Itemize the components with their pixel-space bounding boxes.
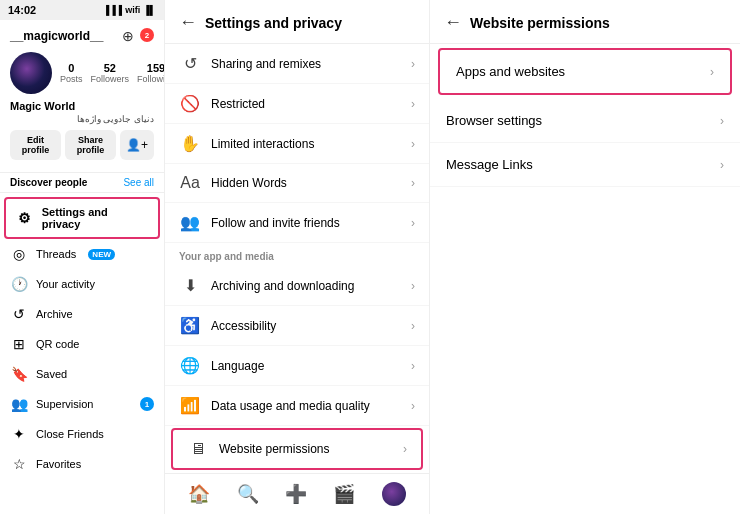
favorites-icon: ☆ — [10, 456, 28, 472]
status-time: 14:02 — [8, 4, 36, 16]
following-label: Following — [137, 74, 165, 84]
following-count: 159 — [147, 62, 165, 74]
nav-reels-icon[interactable]: 🎬 — [333, 483, 355, 505]
middle-back-arrow[interactable]: ← — [179, 12, 197, 33]
edit-profile-button[interactable]: Edit profile — [10, 130, 61, 160]
right-item-apps-websites[interactable]: Apps and websites › — [440, 50, 730, 93]
settings-list: ↺ Sharing and remixes › 🚫 Restricted › ✋… — [165, 44, 429, 473]
hidden-words-label: Hidden Words — [211, 176, 287, 190]
settings-item-sharing-left: ↺ Sharing and remixes — [179, 54, 321, 73]
menu-item-supervision[interactable]: 👥 Supervision 1 — [0, 389, 164, 419]
right-back-arrow[interactable]: ← — [444, 12, 462, 33]
right-settings-list: Apps and websites › Browser settings › M… — [430, 44, 740, 514]
archiving-icon: ⬇ — [179, 276, 201, 295]
settings-item-restricted[interactable]: 🚫 Restricted › — [165, 84, 429, 124]
following-stat: 159 Following — [137, 62, 165, 84]
settings-item-accessibility[interactable]: ♿ Accessibility › — [165, 306, 429, 346]
close-friends-label: Close Friends — [36, 428, 104, 440]
settings-item-hidden-words[interactable]: Aa Hidden Words › — [165, 164, 429, 203]
menu-list: ⚙ Settings and privacy ◎ Threads NEW 🕐 Y… — [0, 193, 164, 514]
threads-label: Threads — [36, 248, 76, 260]
message-links-label: Message Links — [446, 157, 533, 172]
limited-label: Limited interactions — [211, 137, 314, 151]
settings-item-data-usage[interactable]: 📶 Data usage and media quality › — [165, 386, 429, 426]
accessibility-label: Accessibility — [211, 319, 276, 333]
add-friend-button[interactable]: 👤+ — [120, 130, 154, 160]
language-icon: 🌐 — [179, 356, 201, 375]
profile-buttons: Edit profile Share profile 👤+ — [10, 130, 154, 160]
signal-icon: ▐▐▐ — [103, 5, 122, 15]
threads-icon: ◎ — [10, 246, 28, 262]
username-actions: ⊕ 2 — [122, 28, 154, 44]
settings-item-language[interactable]: 🌐 Language › — [165, 346, 429, 386]
menu-item-saved[interactable]: 🔖 Saved — [0, 359, 164, 389]
website-permissions-icon: 🖥 — [187, 440, 209, 458]
menu-item-threads[interactable]: ◎ Threads NEW — [0, 239, 164, 269]
discover-bar: Discover people See all — [0, 172, 164, 193]
sharing-label: Sharing and remixes — [211, 57, 321, 71]
right-panel: ← Website permissions Apps and websites … — [430, 0, 740, 514]
right-panel-title: Website permissions — [470, 15, 610, 31]
website-permissions-label: Website permissions — [219, 442, 329, 456]
see-all-link[interactable]: See all — [123, 177, 154, 188]
restricted-label: Restricted — [211, 97, 265, 111]
share-profile-button[interactable]: Share profile — [65, 130, 116, 160]
menu-item-qrcode[interactable]: ⊞ QR code — [0, 329, 164, 359]
left-panel: 14:02 ▐▐▐ wifi ▐▌ __magicworld__ ⊕ 2 0 P… — [0, 0, 165, 514]
bio-text: دنیای جادویی واژه‌ها — [10, 114, 154, 124]
stats-row: 0 Posts 52 Followers 159 Following — [60, 62, 165, 84]
nav-home-icon[interactable]: 🏠 — [188, 483, 210, 505]
notification-badge[interactable]: 2 — [140, 28, 154, 42]
data-usage-label: Data usage and media quality — [211, 399, 370, 413]
settings-item-limited[interactable]: ✋ Limited interactions › — [165, 124, 429, 164]
display-name: Magic World — [10, 100, 154, 112]
add-account-icon[interactable]: ⊕ — [122, 28, 134, 44]
status-bar: 14:02 ▐▐▐ wifi ▐▌ — [0, 0, 164, 20]
settings-item-website-permissions[interactable]: 🖥 Website permissions › — [173, 430, 421, 468]
follow-invite-icon: 👥 — [179, 213, 201, 232]
close-friends-icon: ✦ — [10, 426, 28, 442]
section-app-media: Your app and media — [165, 243, 429, 266]
followers-count: 52 — [104, 62, 116, 74]
saved-icon: 🔖 — [10, 366, 28, 382]
wifi-icon: wifi — [125, 5, 140, 15]
status-icons: ▐▐▐ wifi ▐▌ — [103, 5, 156, 15]
sharing-icon: ↺ — [179, 54, 201, 73]
data-usage-icon: 📶 — [179, 396, 201, 415]
menu-item-favorites[interactable]: ☆ Favorites — [0, 449, 164, 479]
apps-websites-label: Apps and websites — [456, 64, 565, 79]
settings-item-sharing[interactable]: ↺ Sharing and remixes › — [165, 44, 429, 84]
posts-stat: 0 Posts — [60, 62, 83, 84]
nav-profile-avatar[interactable] — [382, 482, 406, 506]
limited-icon: ✋ — [179, 134, 201, 153]
activity-label: Your activity — [36, 278, 95, 290]
right-item-browser-settings[interactable]: Browser settings › — [430, 99, 740, 143]
settings-item-archiving[interactable]: ⬇ Archiving and downloading › — [165, 266, 429, 306]
battery-icon: ▐▌ — [143, 5, 156, 15]
nav-add-icon[interactable]: ➕ — [285, 483, 307, 505]
archiving-label: Archiving and downloading — [211, 279, 354, 293]
nav-search-icon[interactable]: 🔍 — [237, 483, 259, 505]
menu-item-close-friends[interactable]: ✦ Close Friends — [0, 419, 164, 449]
posts-label: Posts — [60, 74, 83, 84]
settings-icon: ⚙ — [16, 210, 34, 226]
username-bar: __magicworld__ ⊕ 2 — [10, 28, 154, 44]
supervision-icon: 👥 — [10, 396, 28, 412]
follow-invite-label: Follow and invite friends — [211, 216, 340, 230]
menu-item-settings[interactable]: ⚙ Settings and privacy — [4, 197, 160, 239]
language-label: Language — [211, 359, 264, 373]
middle-panel-header: ← Settings and privacy — [165, 0, 429, 44]
avatar[interactable] — [10, 52, 52, 94]
qrcode-icon: ⊞ — [10, 336, 28, 352]
browser-settings-label: Browser settings — [446, 113, 542, 128]
settings-item-follow-invite[interactable]: 👥 Follow and invite friends › — [165, 203, 429, 243]
sharing-chevron: › — [411, 57, 415, 71]
menu-item-archive[interactable]: ↺ Archive — [0, 299, 164, 329]
right-panel-header: ← Website permissions — [430, 0, 740, 44]
accessibility-icon: ♿ — [179, 316, 201, 335]
favorites-label: Favorites — [36, 458, 81, 470]
middle-panel: ← Settings and privacy ↺ Sharing and rem… — [165, 0, 430, 514]
right-item-message-links[interactable]: Message Links › — [430, 143, 740, 187]
menu-item-activity[interactable]: 🕐 Your activity — [0, 269, 164, 299]
bottom-nav: 🏠 🔍 ➕ 🎬 — [165, 473, 429, 514]
